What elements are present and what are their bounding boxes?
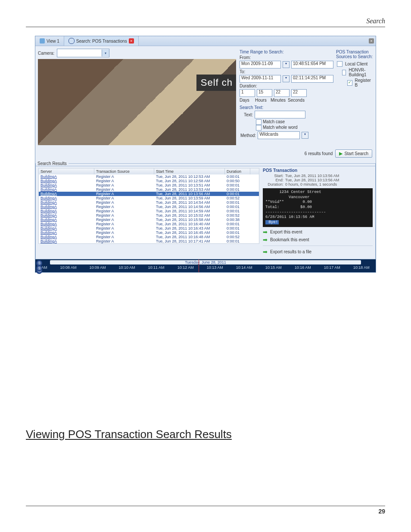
cell: BuildingA	[39, 213, 94, 218]
cell: Tue, Jun 28, 2011 10:16:45 AM	[154, 230, 225, 235]
receipt-view: 1234 Center Street Vancouver **Void** 0.…	[263, 188, 373, 227]
search-text-input[interactable]	[255, 111, 305, 118]
cell: 0:00:01	[225, 183, 250, 187]
timeline-tick: 10:18 AM	[353, 265, 370, 270]
chevron-down-icon[interactable]: ▾	[302, 132, 308, 139]
cell: 0:00:38	[225, 218, 250, 222]
bookmark-event-action[interactable]: ➡Bookmark this event	[263, 236, 373, 243]
table-row[interactable]: BuildingARegister ATue, Jun 28, 2011 10:…	[39, 213, 259, 218]
table-row[interactable]: BuildingARegister ATue, Jun 28, 2011 10:…	[39, 205, 259, 209]
cell: Tue, Jun 28, 2011 10:14:59 AM	[154, 209, 225, 213]
table-row[interactable]: BuildingARegister ATue, Jun 28, 2011 10:…	[39, 187, 259, 192]
minutes-input[interactable]: 22	[274, 89, 290, 97]
view-icon	[40, 38, 45, 44]
tab-view1[interactable]: View 1	[35, 36, 64, 46]
bookmark-event-label: Bookmark this event	[270, 237, 309, 242]
hours-unit: Hours	[255, 98, 269, 103]
minutes-unit: Minutes	[271, 98, 286, 103]
table-row[interactable]: BuildingARegister ATue, Jun 28, 2011 10:…	[39, 209, 259, 213]
cell: Register A	[94, 200, 154, 205]
source-item[interactable]: HDNVR-Building1	[337, 67, 372, 78]
export-event-action[interactable]: ➡Export this event	[263, 229, 373, 235]
cell: Register A	[94, 205, 154, 209]
chevron-down-icon[interactable]: ▾	[283, 61, 290, 68]
start-search-button[interactable]: ▶ Start Search	[335, 149, 372, 158]
export-file-action[interactable]: ➡Export results to a file	[263, 249, 373, 255]
cell: Tue, Jun 28, 2011 10:15:58 AM	[154, 218, 225, 222]
col-source[interactable]: Transaction Source	[94, 168, 154, 174]
search-results-group: Search Results Server Transaction Source…	[35, 161, 376, 259]
cell: BuildingA	[39, 218, 94, 222]
col-server[interactable]: Server	[39, 168, 94, 174]
method-select[interactable]: Wildcards	[258, 131, 300, 139]
source-label: HDNVR-Building1	[349, 68, 372, 77]
table-row[interactable]: BuildingARegister ATue, Jun 28, 2011 10:…	[39, 226, 259, 230]
cell: Register A	[94, 196, 154, 200]
cell: 0:00:01	[225, 174, 250, 179]
table-row[interactable]: BuildingARegister ATue, Jun 28, 2011 10:…	[39, 200, 259, 205]
chevron-down-icon[interactable]: ▾	[283, 75, 290, 82]
col-start[interactable]: Start Time	[154, 168, 225, 174]
match-word-label: Match whole word	[263, 125, 298, 130]
timeline[interactable]: ⦿ ⦿ ⦿ Tuesday, June 28, 2011 AM10:08 AM1…	[35, 259, 376, 272]
source-item[interactable]: Register B	[337, 78, 372, 88]
timeline-tick: 10:12 AM	[177, 265, 194, 270]
end-val: Tue, Jun 28, 2011 10:13:56 AM	[285, 178, 339, 182]
table-row[interactable]: BuildingARegister ATue, Jun 28, 2011 10:…	[39, 183, 259, 187]
table-row[interactable]: BuildingARegister ATue, Jun 28, 2011 10:…	[39, 239, 259, 243]
from-label: From:	[240, 55, 333, 60]
from-time-input[interactable]: 10:48:51:654 PM	[291, 61, 333, 68]
cell: Tue, Jun 28, 2011 10:12:58 AM	[154, 179, 225, 183]
cell: Tue, Jun 28, 2011 10:14:56 AM	[154, 205, 225, 209]
source-checkbox[interactable]	[342, 70, 346, 75]
seconds-input[interactable]: 22	[291, 89, 307, 97]
window-close-icon[interactable]: ×	[369, 38, 374, 44]
tab-bar: View 1 Search: POS Transactions × ×	[35, 36, 376, 46]
export-event-label: Export this event	[270, 230, 302, 234]
match-case-checkbox[interactable]	[256, 119, 262, 125]
results-grid: Server Transaction Source Start Time Dur…	[38, 168, 259, 244]
table-row[interactable]: BuildingARegister ATue, Jun 28, 2011 10:…	[39, 222, 259, 226]
tab-search[interactable]: Search: POS Transactions ×	[64, 36, 139, 46]
arrow-icon: ➡	[263, 249, 268, 255]
cell: Register A	[94, 179, 154, 183]
video-preview[interactable]: Self ch	[38, 59, 236, 145]
camera-select[interactable]: ▾	[57, 49, 109, 57]
to-time-input[interactable]: 02:11:14:251 PM	[291, 75, 333, 83]
table-row[interactable]: BuildingARegister ATue, Jun 28, 2011 10:…	[39, 196, 259, 200]
page-number: 29	[26, 506, 385, 515]
table-row[interactable]: BuildingARegister ATue, Jun 28, 2011 10:…	[39, 230, 259, 235]
source-checkbox[interactable]	[347, 80, 352, 86]
cell: 0:00:50	[225, 179, 250, 183]
cell: BuildingA	[39, 230, 94, 235]
cell: Register A	[94, 235, 154, 239]
table-row[interactable]: BuildingARegister ATue, Jun 28, 2011 10:…	[39, 218, 259, 222]
cell: BuildingA	[39, 209, 94, 213]
from-date-input[interactable]: Mon 2009-11-09	[240, 61, 281, 68]
timeline-scroll-down-icon[interactable]: ⦿	[36, 265, 42, 271]
table-row[interactable]: BuildingARegister ATue, Jun 28, 2011 10:…	[39, 179, 259, 183]
to-label: To:	[240, 69, 333, 74]
table-row[interactable]: BuildingARegister ATue, Jun 28, 2011 10:…	[39, 235, 259, 239]
cell: Tue, Jun 28, 2011 10:16:48 AM	[154, 235, 225, 239]
table-row[interactable]: BuildingARegister ATue, Jun 28, 2011 10:…	[39, 174, 259, 179]
source-checkbox[interactable]	[337, 61, 342, 67]
source-item[interactable]: Local Client	[337, 61, 372, 67]
hours-input[interactable]: 15	[257, 89, 272, 97]
col-duration[interactable]: Duration	[225, 168, 250, 174]
timeline-playhead[interactable]	[199, 259, 199, 272]
cell: BuildingA	[39, 183, 94, 187]
days-input[interactable]: 1	[240, 89, 255, 97]
dur-key: Duration:	[263, 182, 283, 187]
to-date-input[interactable]: Wed 2009-11-11	[240, 75, 281, 83]
match-case-label: Match case	[263, 119, 285, 124]
cell: Tue, Jun 28, 2011 10:13:59 AM	[154, 196, 225, 200]
table-row[interactable]: BuildingARegister ATue, Jun 28, 2011 10:…	[39, 192, 259, 196]
search-icon	[68, 38, 75, 44]
match-word-checkbox[interactable]	[256, 125, 262, 131]
cell: Tue, Jun 28, 2011 10:13:51 AM	[154, 183, 225, 187]
close-icon[interactable]: ×	[129, 38, 134, 44]
cell: BuildingA	[39, 235, 94, 239]
cell: Register A	[94, 230, 154, 235]
cell: 0:00:01	[225, 200, 250, 205]
